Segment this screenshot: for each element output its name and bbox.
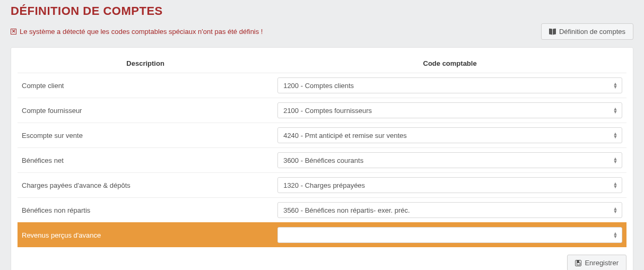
table-row: Charges payées d'avance & dépôts1320 - C… <box>18 173 626 198</box>
account-select[interactable]: 3600 - Bénéfices courants <box>277 152 622 168</box>
definition-comptes-label: Définition de comptes <box>559 28 625 36</box>
account-select-value: 3560 - Bénéfices non répartis- exer. pré… <box>283 206 410 214</box>
account-select-value: 4240 - Pmt anticipé et remise sur ventes <box>283 132 407 140</box>
account-select[interactable]: 2100 - Comptes fournisseurs <box>277 102 622 118</box>
row-description: Revenus perçus d'avance <box>18 223 273 248</box>
save-button[interactable]: Enregistrer <box>567 255 626 270</box>
book-icon <box>549 29 556 34</box>
account-select-value: 3600 - Bénéfices courants <box>283 156 363 164</box>
row-account-cell: 2100 - Comptes fournisseurs <box>273 98 626 123</box>
table-row: Bénéfices net3600 - Bénéfices courants <box>18 148 626 173</box>
accounts-panel: Description Code comptable Compte client… <box>11 47 633 270</box>
col-description: Description <box>18 54 273 73</box>
row-account-cell: 3560 - Bénéfices non répartis- exer. pré… <box>273 198 626 223</box>
row-account-cell: 4240 - Pmt anticipé et remise sur ventes <box>273 123 626 148</box>
account-select[interactable]: 4240 - Pmt anticipé et remise sur ventes <box>277 127 622 143</box>
warning-banner: ✕ Le système a détecté que les codes com… <box>11 28 263 36</box>
account-select[interactable]: 1200 - Comptes clients <box>277 77 622 93</box>
save-label: Enregistrer <box>585 259 619 267</box>
table-row: Compte fournisseur2100 - Comptes fournis… <box>18 98 626 123</box>
row-description: Compte fournisseur <box>18 98 273 123</box>
table-row: Bénéfices non répartis3560 - Bénéfices n… <box>18 198 626 223</box>
table-row: Revenus perçus d'avance <box>18 223 626 248</box>
account-select[interactable]: 3560 - Bénéfices non répartis- exer. pré… <box>277 202 622 218</box>
table-row: Escompte sur vente4240 - Pmt anticipé et… <box>18 123 626 148</box>
account-select[interactable] <box>277 227 622 243</box>
account-select-value: 1200 - Comptes clients <box>283 82 354 90</box>
row-description: Compte client <box>18 73 273 98</box>
row-description: Bénéfices net <box>18 148 273 173</box>
account-select[interactable]: 1320 - Charges prépayées <box>277 177 622 193</box>
account-select-value: 2100 - Comptes fournisseurs <box>283 107 372 115</box>
page-title: DÉFINITION DE COMPTES <box>11 0 633 23</box>
table-row: Compte client1200 - Comptes clients <box>18 73 626 98</box>
definition-comptes-button[interactable]: Définition de comptes <box>541 23 633 40</box>
row-description: Bénéfices non répartis <box>18 198 273 223</box>
account-select-value: 1320 - Charges prépayées <box>283 181 365 189</box>
accounts-table: Description Code comptable Compte client… <box>18 54 626 247</box>
row-description: Charges payées d'avance & dépôts <box>18 173 273 198</box>
row-account-cell <box>273 223 626 248</box>
save-icon <box>575 260 581 266</box>
col-account-code: Code comptable <box>273 54 626 73</box>
row-description: Escompte sur vente <box>18 123 273 148</box>
warning-icon: ✕ <box>11 29 16 34</box>
warning-text: Le système a détecté que les codes compt… <box>20 28 263 36</box>
row-account-cell: 1320 - Charges prépayées <box>273 173 626 198</box>
row-account-cell: 3600 - Bénéfices courants <box>273 148 626 173</box>
row-account-cell: 1200 - Comptes clients <box>273 73 626 98</box>
